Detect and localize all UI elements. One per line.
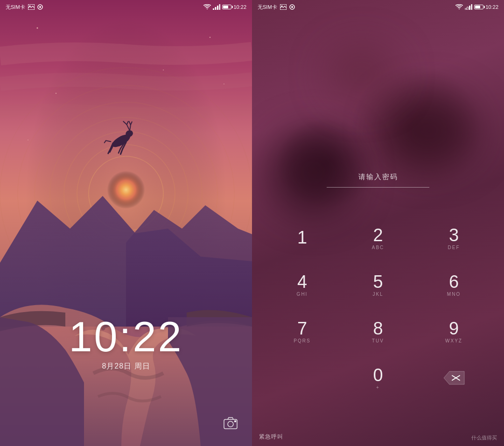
svg-point-19 [28,139,28,140]
right-wifi-icon [455,4,463,10]
left-status-bar: 无SIM卡 [0,0,252,14]
svg-rect-37 [469,6,470,10]
right-notification-icon [289,4,295,10]
svg-rect-36 [467,7,469,10]
numpad-key-delete[interactable] [418,355,490,401]
numpad-letters-7: PQRS [294,338,310,343]
numpad-digit-8: 8 [373,320,383,337]
numpad-row-2: 4 GHI 5 JKL 6 MNO [266,261,490,308]
svg-point-15 [210,37,210,38]
numpad-key-6[interactable]: 6 MNO [418,261,490,308]
right-time-label: 10:22 [485,4,498,10]
svg-rect-35 [465,8,466,10]
pin-input-line [327,187,429,188]
right-signal-icon [465,4,472,10]
numpad-key-7[interactable]: 7 PQRS [266,308,338,355]
numpad-key-0[interactable]: 0 + [342,355,414,401]
numpad-letters-0: + [376,385,380,390]
numpad-digit-1: 1 [297,229,307,246]
right-status-bar-right: 10:22 [455,4,498,10]
right-gallery-icon [280,4,287,10]
right-pin-panel: 无SIM卡 [252,0,504,446]
numpad-key-5[interactable]: 5 JKL [342,261,414,308]
wifi-icon [203,4,211,10]
numpad-key-4[interactable]: 4 GHI [266,261,338,308]
svg-rect-27 [219,4,221,10]
notification-icon [37,4,43,10]
numpad-key-1[interactable]: 1 [266,215,338,261]
right-bottom-bar: 紧急呼叫 什么值得买 [252,427,504,446]
numpad-digit-0: 0 [373,366,383,384]
numpad: 1 2 ABC 3 DEF 4 GHI 5 JKL 6 [252,215,504,401]
left-lockscreen-panel: 无SIM卡 [0,0,252,446]
numpad-letters-9: WXYZ [445,338,462,343]
numpad-digit-2: 2 [373,226,383,244]
right-status-bar: 无SIM卡 [252,0,504,14]
svg-rect-38 [471,4,473,10]
numpad-letters-8: TUV [372,338,384,343]
numpad-row-3: 7 PQRS 8 TUV 9 WXYZ [266,308,490,355]
brand-watermark: 什么值得买 [471,434,497,441]
right-battery-icon [474,5,483,9]
numpad-key-3[interactable]: 3 DEF [418,215,490,261]
camera-icon [223,415,238,430]
left-time-label: 10:22 [233,4,246,10]
numpad-key-8[interactable]: 8 TUV [342,308,414,355]
left-carrier-label: 无SIM卡 [6,4,25,11]
numpad-row-1: 1 2 ABC 3 DEF [266,215,490,261]
pin-prompt-area: 请输入密码 [252,173,504,188]
right-status-bar-left: 无SIM卡 [258,4,295,11]
bg-blob-1 [383,93,476,168]
bg-blob-3 [327,47,397,103]
clock-date: 8月28日 周日 [0,362,252,371]
numpad-empty [266,355,338,401]
clock-widget: 10:22 8月28日 周日 [0,316,252,371]
svg-point-34 [291,6,293,8]
numpad-row-4: 0 + [266,355,490,401]
numpad-digit-4: 4 [297,273,307,291]
svg-point-17 [56,93,56,94]
numpad-letters-4: GHI [297,292,308,297]
left-status-bar-left: 无SIM卡 [6,4,43,11]
pin-prompt-text: 请输入密码 [252,173,504,181]
svg-point-18 [224,84,224,84]
numpad-digit-6: 6 [449,273,459,291]
emergency-call-label[interactable]: 紧急呼叫 [259,433,283,441]
numpad-letters-6: MNO [447,292,461,297]
numpad-digit-3: 3 [449,226,459,244]
svg-point-16 [163,70,164,70]
wallpaper-scene [0,0,252,446]
numpad-letters-3: DEF [448,245,460,250]
svg-rect-25 [215,7,217,10]
right-carrier-label: 无SIM卡 [258,4,277,11]
camera-button[interactable] [223,415,238,432]
battery-icon [222,5,231,9]
numpad-letters-2: ABC [372,245,385,250]
numpad-letters-5: JKL [372,292,383,297]
svg-point-14 [37,28,38,29]
delete-icon [442,369,466,386]
numpad-digit-9: 9 [449,320,459,337]
numpad-digit-5: 5 [373,273,383,291]
left-status-bar-right: 10:22 [203,4,246,10]
svg-point-29 [228,421,233,427]
signal-icon [213,4,220,10]
gallery-icon [28,4,35,10]
svg-rect-24 [213,8,214,10]
svg-point-30 [235,421,236,422]
numpad-digit-7: 7 [297,320,307,337]
clock-time: 10:22 [0,316,252,358]
numpad-key-9[interactable]: 9 WXYZ [418,308,490,355]
svg-rect-26 [217,6,218,10]
numpad-key-2[interactable]: 2 ABC [342,215,414,261]
svg-point-23 [39,6,41,8]
